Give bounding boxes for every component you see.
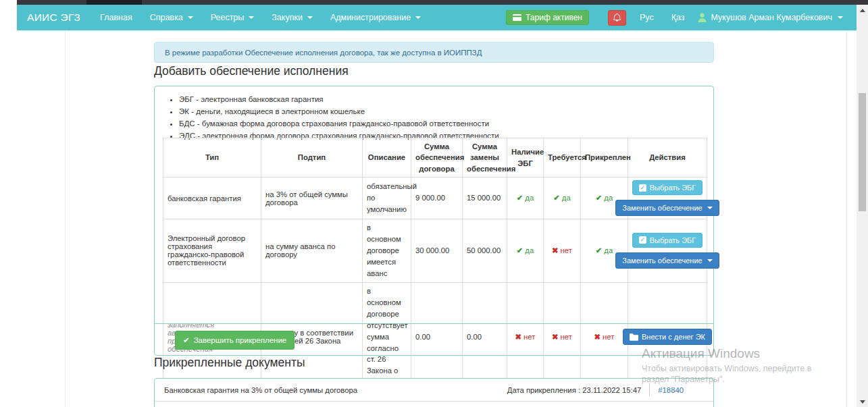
user-menu[interactable]: Мукушов Арман Кумарбекович bbox=[698, 13, 843, 22]
description-cell: обязательный по умолчанию bbox=[363, 178, 411, 219]
actions-cell: ✓Выбрать ЭБГЗаменить обеспечение bbox=[628, 219, 707, 283]
select-ebg-button[interactable]: ✓Выбрать ЭБГ bbox=[632, 180, 703, 195]
nav-item-registries[interactable]: Реестры bbox=[202, 5, 263, 30]
page-content: В режиме разработки Обеспечение исполнен… bbox=[17, 30, 857, 407]
page-title: Добавить обеспечение исполнения bbox=[154, 64, 349, 78]
table-row: Электронный договор страхования гражданс… bbox=[163, 219, 707, 283]
person-icon bbox=[698, 13, 707, 22]
caret-down-icon bbox=[838, 16, 843, 19]
table-header-row: ТипПодтипОписаниеСумма обеспечения догов… bbox=[163, 138, 707, 178]
bell-icon bbox=[613, 13, 621, 22]
container-left-edge bbox=[65, 30, 66, 407]
user-name: Мукушов Арман Кумарбекович bbox=[711, 13, 832, 22]
folder-icon bbox=[630, 333, 638, 341]
nav-item-label: Администрирование bbox=[330, 13, 411, 22]
scroll-up-button[interactable] bbox=[857, 5, 868, 16]
security-table: ТипПодтипОписаниеСумма обеспечения догов… bbox=[163, 138, 707, 391]
lang-ru-link[interactable]: Рус bbox=[636, 13, 658, 22]
checkbox-icon: ✓ bbox=[639, 236, 646, 244]
replace-security-dropdown-button[interactable]: Заменить обеспечение bbox=[615, 252, 719, 269]
nav-item-label: Реестры bbox=[211, 13, 245, 22]
nav-item-procurements[interactable]: Закупки bbox=[263, 5, 322, 30]
notifications-button[interactable] bbox=[608, 10, 626, 26]
check-icon: ✔ bbox=[596, 194, 602, 202]
column-header: Сумма замены обеспечения bbox=[463, 138, 507, 178]
attached-documents-title: Прикрепленные документы bbox=[154, 356, 305, 370]
type-cell: банковская гарантия bbox=[163, 178, 261, 219]
actions-cell: Внести с денег ЭК bbox=[628, 282, 707, 391]
type-cell: Электронный договор страхования гражданс… bbox=[163, 219, 261, 283]
column-header: Прикреплен bbox=[581, 138, 628, 178]
replace-security-dropdown-button[interactable]: Заменить обеспечение bbox=[615, 200, 719, 216]
select-ebg-button[interactable]: ✓Выбрать ЭБГ bbox=[632, 233, 703, 248]
nav-item-administration[interactable]: Администрирование bbox=[322, 5, 430, 30]
navbar: АИИС ЭГЗ ГлавнаяСправкаРеестрыЗакупкиАдм… bbox=[17, 5, 857, 30]
description-cell: в основном договоре отсутствует сумма со… bbox=[363, 282, 411, 391]
caret-down-icon bbox=[249, 16, 254, 19]
column-header: Действия bbox=[628, 138, 707, 178]
checkbox-icon: ✓ bbox=[639, 184, 646, 192]
column-header: Сумма обеспечения договора bbox=[411, 138, 463, 178]
cross-icon: ✖ bbox=[552, 333, 558, 341]
document-row: Банковская гарантия на 3% от общей суммы… bbox=[155, 379, 713, 402]
nav-item-reference[interactable]: Справка bbox=[141, 5, 202, 30]
scroll-down-button[interactable] bbox=[857, 396, 868, 407]
scrollbar-thumb[interactable] bbox=[859, 93, 866, 211]
triangle-up-icon bbox=[860, 9, 865, 12]
table-row: банковская гарантияна 3% от общей суммы … bbox=[163, 178, 707, 219]
check-icon: ✔ bbox=[596, 246, 602, 254]
finish-attachment-button[interactable]: ✔ Завершить прикрепление bbox=[175, 331, 295, 350]
yes-cell: ✔да bbox=[581, 219, 628, 283]
vertical-scrollbar[interactable] bbox=[857, 5, 868, 407]
replacement-amount-cell: 15 000.00 bbox=[463, 178, 507, 219]
nav-item-label: Справка bbox=[150, 13, 183, 22]
yes-cell: ✔да bbox=[507, 178, 544, 219]
browser-tab-segment bbox=[86, 0, 142, 5]
contract-amount-cell: 9 000.00 bbox=[411, 178, 463, 219]
column-header: Подтип bbox=[261, 138, 363, 178]
no-cell: ✖нет bbox=[544, 282, 581, 391]
no-cell: ✖нет bbox=[507, 282, 544, 391]
nav-item-home[interactable]: Главная bbox=[91, 5, 141, 30]
check-icon: ✔ bbox=[517, 194, 523, 202]
yes-cell: ✔да bbox=[544, 178, 581, 219]
dev-mode-alert: В режиме разработки Обеспечение исполнен… bbox=[154, 42, 714, 63]
no-cell: ✖нет bbox=[581, 282, 628, 391]
caret-down-icon bbox=[707, 207, 713, 209]
document-number-link[interactable]: #18840 bbox=[658, 386, 684, 394]
caret-down-icon bbox=[707, 259, 713, 262]
replacement-amount-cell: 50 000.00 bbox=[463, 219, 507, 283]
triangle-down-icon bbox=[860, 400, 865, 404]
nav-items: ГлавнаяСправкаРеестрыЗакупкиАдминистриро… bbox=[91, 5, 430, 30]
caret-down-icon bbox=[188, 16, 193, 19]
panel-divider bbox=[155, 323, 713, 324]
app-brand[interactable]: АИИС ЭГЗ bbox=[17, 11, 91, 24]
container-right-edge bbox=[846, 30, 847, 407]
column-header: Тип bbox=[163, 138, 261, 178]
subtype-cell: на сумму аванса по договору bbox=[261, 219, 363, 283]
column-header: Описание bbox=[363, 138, 411, 178]
contract-amount-cell: 0.00 bbox=[411, 282, 463, 391]
attachment-date: Дата прикрепления : 23.11.2022 15:47 bbox=[507, 386, 642, 394]
check-icon: ✔ bbox=[183, 335, 190, 345]
security-types-legend: ЭБГ - электронная банковская гарантияЭК … bbox=[179, 93, 713, 142]
legend-item: БДС - бумажная форма договора страховани… bbox=[179, 117, 713, 130]
deposit-from-ek-button[interactable]: Внести с денег ЭК bbox=[623, 329, 712, 345]
credit-card-icon bbox=[513, 14, 521, 21]
tariff-active-button[interactable]: Тариф активен bbox=[506, 10, 589, 25]
caret-down-icon bbox=[307, 16, 313, 19]
document-name: Банковская гарантия на 3% от общей суммы… bbox=[164, 386, 357, 394]
attached-documents-panel: Банковская гарантия на 3% от общей суммы… bbox=[154, 378, 714, 407]
nav-item-label: Главная bbox=[100, 13, 132, 22]
column-header: Требуется bbox=[544, 138, 581, 178]
caret-down-icon bbox=[415, 16, 421, 19]
browser-top-strip bbox=[17, 0, 868, 5]
nav-item-label: Закупки bbox=[272, 13, 303, 22]
no-cell: ✖нет bbox=[544, 219, 581, 283]
check-icon: ✔ bbox=[553, 194, 559, 202]
legend-item: ЭК - деньги, находящиеся в электронном к… bbox=[179, 105, 713, 117]
lang-kz-link[interactable]: Қаз bbox=[667, 13, 689, 22]
replacement-amount-cell: 0.00 bbox=[463, 282, 507, 391]
actions-cell: ✓Выбрать ЭБГЗаменить обеспечение bbox=[628, 178, 707, 219]
check-icon: ✔ bbox=[517, 246, 523, 254]
